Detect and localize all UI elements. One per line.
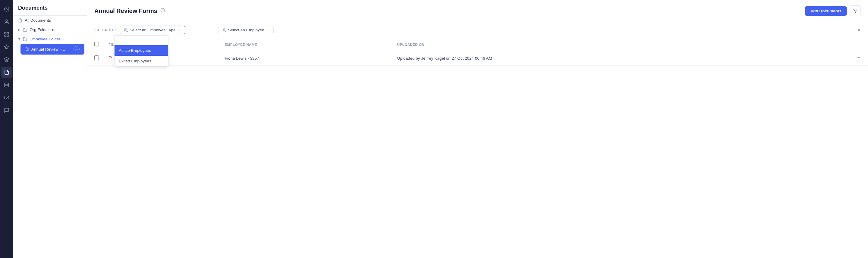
employee-type-select[interactable]: Select an Employee Type <box>120 26 185 34</box>
employee-type-chevron-up-icon <box>178 28 181 32</box>
svg-marker-16 <box>853 9 857 13</box>
org-folder-icon <box>23 28 27 32</box>
row-action-button[interactable] <box>856 55 861 61</box>
employee-type-icon <box>124 28 128 32</box>
annual-review-item[interactable]: Annual Review F... — <box>21 44 84 55</box>
exited-employees-option[interactable]: Exited Employees <box>115 56 168 66</box>
employee-name-cell: Fiona Lewis - 3857 <box>220 51 393 66</box>
main-content: Annual Review Forms Add Documents FILTER… <box>87 0 868 258</box>
dropdown-search-input[interactable] <box>114 35 168 45</box>
chat-nav-icon[interactable] <box>1 105 12 116</box>
close-filter-button[interactable]: ✕ <box>857 28 861 33</box>
filter-icon <box>853 8 858 13</box>
select-all-checkbox[interactable] <box>94 42 99 46</box>
annual-review-label: Annual Review F... <box>31 47 65 52</box>
all-documents-label: All Documents <box>25 18 51 23</box>
org-folder-label: Org Folder <box>30 27 49 32</box>
svg-rect-8 <box>4 83 9 87</box>
employee-name-column-header: EMPLOYEE NAME <box>220 38 393 51</box>
annual-review-menu-button[interactable]: — <box>73 46 80 52</box>
sub-items: Annual Review F... — <box>13 44 87 55</box>
org-folder-chevron: ▶ <box>18 28 21 31</box>
grid-nav-icon[interactable] <box>1 29 12 40</box>
employee-icon <box>222 28 226 32</box>
main-header: Annual Review Forms Add Documents <box>87 0 868 22</box>
svg-rect-2 <box>4 32 6 34</box>
employee-folder-icon <box>23 37 27 41</box>
annual-review-icon <box>25 47 29 51</box>
employee-chevron-icon <box>266 28 270 32</box>
svg-point-1 <box>6 20 7 22</box>
all-docs-icon <box>18 19 22 23</box>
clock-nav-icon[interactable] <box>1 4 12 14</box>
uploaded-on-cell: Uploaded by Jeffrey Kagel on 27 Oct 2024… <box>393 51 802 66</box>
filter-label: FILTER BY : <box>94 28 117 32</box>
select-all-column <box>87 38 104 51</box>
more-options-icon <box>856 55 861 60</box>
page-title: Annual Review Forms <box>94 7 157 14</box>
svg-marker-7 <box>4 58 9 60</box>
employee-folder-add-button[interactable]: + <box>63 37 65 41</box>
info-icon[interactable] <box>160 8 165 14</box>
employee-folder-chevron: ▶ <box>18 38 21 40</box>
svg-point-17 <box>124 28 126 30</box>
filter-bar: FILTER BY : Select an Employee Type Acti… <box>87 22 868 38</box>
dropdown-menu: Active Employees Exited Employees <box>114 45 168 67</box>
svg-marker-6 <box>4 45 9 49</box>
employee-type-placeholder: Select an Employee Type <box>130 28 176 32</box>
uploaded-on-column-header: UPLOADED ON <box>393 38 802 51</box>
header-actions: Add Documents <box>805 5 861 16</box>
active-employees-option[interactable]: Active Employees <box>115 45 168 56</box>
documents-table: FILE NAME EMPLOYEE NAME UPLOADED ON 2022… <box>87 38 868 66</box>
settings-nav-icon[interactable] <box>1 92 12 103</box>
table-nav-icon[interactable] <box>1 79 12 90</box>
all-documents-item[interactable]: All Documents <box>13 16 87 25</box>
star-nav-icon[interactable] <box>1 41 12 53</box>
employee-folder-item[interactable]: ▶ Employee Folder + <box>13 34 87 44</box>
employee-folder-label: Employee Folder <box>30 37 60 41</box>
add-documents-button[interactable]: Add Documents <box>805 6 847 16</box>
table-row: 2022... Fiona Lewis - 3857 Uploaded by J… <box>87 51 868 66</box>
svg-point-12 <box>6 97 7 99</box>
svg-point-20 <box>860 57 860 58</box>
table-container: FILE NAME EMPLOYEE NAME UPLOADED ON 2022… <box>87 38 868 258</box>
svg-rect-3 <box>7 32 9 34</box>
org-folder-item[interactable]: ▶ Org Folder + <box>13 25 87 34</box>
row-actions-cell <box>802 51 868 66</box>
svg-point-18 <box>223 28 225 30</box>
svg-rect-5 <box>4 35 6 36</box>
svg-point-19 <box>858 57 858 58</box>
actions-column-header <box>802 38 868 51</box>
layers-nav-icon[interactable] <box>1 54 12 65</box>
sidebar: Documents All Documents ▶ Org Folder + ▶… <box>13 0 87 258</box>
filter-button[interactable] <box>850 5 861 16</box>
documents-nav-icon[interactable] <box>1 67 12 78</box>
employee-select[interactable]: Select an Employee <box>218 26 274 34</box>
sidebar-title: Documents <box>13 5 87 16</box>
employee-placeholder: Select an Employee <box>228 28 264 32</box>
pdf-file-icon <box>108 56 113 60</box>
row-checkbox-cell <box>87 51 104 66</box>
row-checkbox[interactable] <box>94 56 99 60</box>
org-folder-add-button[interactable]: + <box>52 27 54 32</box>
person-nav-icon[interactable] <box>1 16 12 27</box>
svg-rect-4 <box>7 35 9 36</box>
left-nav <box>0 0 13 258</box>
svg-point-21 <box>857 57 857 58</box>
employee-type-dropdown: Active Employees Exited Employees <box>114 35 168 67</box>
